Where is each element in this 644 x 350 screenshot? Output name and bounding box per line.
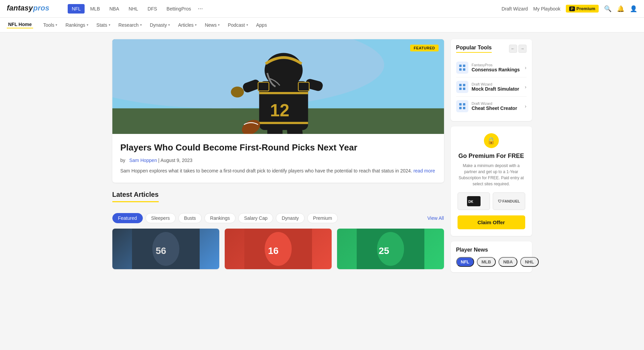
user-icon[interactable]: 👤: [630, 5, 637, 13]
filter-dynasty[interactable]: Dynasty: [276, 213, 305, 223]
by-label: by: [120, 158, 126, 163]
tool-provider-3: Draft Wizard: [472, 101, 525, 106]
svg-rect-36: [459, 103, 462, 106]
player-news-sport-tabs: NFL MLB NBA NHL: [456, 257, 527, 267]
podcast-arrow: ▾: [246, 23, 248, 27]
section-navigation: NFL Home Tools ▾ Rankings ▾ Stats ▾ Rese…: [0, 18, 644, 32]
search-icon[interactable]: 🔍: [604, 5, 612, 13]
news-arrow: ▾: [218, 23, 220, 27]
svg-rect-35: [463, 88, 465, 90]
filter-featured[interactable]: Featured: [112, 213, 143, 223]
my-playbook-link[interactable]: My Playbook: [533, 6, 560, 11]
premium-badge[interactable]: P Premium: [566, 5, 599, 13]
tool-arrow-2: ›: [525, 84, 527, 90]
svg-rect-28: [459, 65, 462, 67]
claim-offer-button[interactable]: Claim Offer: [458, 215, 525, 229]
tab-dfs[interactable]: DFS: [143, 4, 161, 14]
view-all-link[interactable]: View All: [427, 215, 444, 221]
svg-text:16: 16: [268, 246, 279, 256]
news-menu[interactable]: News ▾: [201, 20, 223, 30]
site-logo[interactable]: fantasy pros: [7, 2, 61, 15]
article-date: August 9, 2023: [160, 158, 192, 163]
podcast-menu[interactable]: Podcast ▾: [224, 20, 251, 30]
author-link[interactable]: Sam Hoppen: [129, 158, 157, 163]
svg-text:DK: DK: [468, 200, 473, 204]
tab-nfl[interactable]: NFL: [68, 4, 85, 14]
filter-salary-cap[interactable]: Salary Cap: [238, 213, 273, 223]
notifications-icon[interactable]: 🔔: [617, 5, 624, 13]
svg-rect-31: [463, 68, 465, 71]
news-tab-nhl[interactable]: NHL: [520, 257, 539, 267]
tool-provider-2: Draft Wizard: [472, 82, 525, 86]
tool-cheat-sheet-creator[interactable]: Draft Wizard Cheat Sheet Creator ›: [456, 97, 527, 116]
popular-tools-title: Popular Tools: [456, 45, 492, 53]
tools-menu[interactable]: Tools ▾: [40, 20, 61, 30]
filter-sleepers[interactable]: Sleepers: [146, 213, 176, 223]
latest-articles-title: Latest Articles: [112, 191, 159, 202]
read-more-link[interactable]: read more: [414, 168, 435, 173]
rankings-menu[interactable]: Rankings ▾: [62, 20, 91, 30]
premium-p-icon: P: [569, 6, 575, 11]
svg-text:12: 12: [270, 100, 289, 120]
dynasty-arrow: ▾: [168, 23, 170, 27]
tool-name-1: Consensus Rankings: [472, 67, 525, 72]
stats-arrow: ▾: [109, 23, 110, 27]
tools-next-arrow[interactable]: →: [518, 45, 527, 53]
research-menu[interactable]: Research ▾: [115, 20, 145, 30]
featured-image: 12: [112, 39, 444, 134]
consensus-rankings-icon: [456, 62, 468, 74]
featured-article-excerpt: Sam Hoppen explores what it takes to bec…: [120, 167, 436, 174]
cheat-sheet-icon: [456, 100, 468, 112]
top-right-actions: Draft Wizard My Playbook P Premium 🔍 🔔 👤: [502, 5, 637, 13]
thumb-image-3: 25: [337, 229, 444, 269]
tool-consensus-rankings[interactable]: FantasyPros Consensus Rankings ›: [456, 58, 527, 77]
svg-rect-33: [463, 84, 465, 86]
stats-menu[interactable]: Stats ▾: [93, 20, 114, 30]
tools-prev-arrow[interactable]: ←: [509, 45, 517, 53]
featured-badge: FEATURED: [410, 45, 438, 51]
article-thumb-1[interactable]: 56: [112, 229, 219, 269]
filter-busts[interactable]: Busts: [178, 213, 202, 223]
section-header: Latest Articles: [112, 191, 444, 208]
premium-promo-card: 🔒 Go Premium For FREE Make a minimum dep…: [451, 126, 532, 236]
tool-arrow-3: ›: [525, 103, 527, 109]
featured-article-card: 12: [112, 39, 444, 183]
tab-bettingpros[interactable]: BettingPros: [162, 4, 195, 14]
news-tab-mlb[interactable]: MLB: [477, 257, 496, 267]
thumb-image-1: 56: [112, 229, 219, 269]
tool-mock-draft-simulator[interactable]: Draft Wizard Mock Draft Simulator ›: [456, 77, 527, 97]
premium-label: Premium: [576, 6, 595, 11]
articles-menu[interactable]: Articles ▾: [175, 20, 200, 30]
svg-rect-30: [459, 68, 462, 71]
article-filter-tabs: Featured Sleepers Busts Rankings Salary …: [112, 213, 444, 223]
svg-text:25: 25: [379, 246, 389, 256]
rankings-arrow: ▾: [87, 23, 88, 27]
filter-premium[interactable]: Premium: [307, 213, 338, 223]
svg-text:fantasy: fantasy: [7, 4, 34, 12]
thumb-image-2: 16: [225, 229, 332, 269]
news-tab-nfl[interactable]: NFL: [456, 257, 474, 267]
content-area: 12: [112, 39, 444, 272]
nfl-home-link[interactable]: NFL Home: [7, 22, 33, 28]
news-tab-nba[interactable]: NBA: [498, 257, 517, 267]
article-thumb-2[interactable]: 16: [225, 229, 332, 269]
draft-wizard-link[interactable]: Draft Wizard: [502, 6, 528, 11]
filter-rankings[interactable]: Rankings: [204, 213, 236, 223]
tab-nba[interactable]: NBA: [105, 4, 123, 14]
featured-article-body: Players Who Could Become First-Round Pic…: [112, 134, 444, 183]
main-container: 12: [106, 32, 539, 279]
dynasty-menu[interactable]: Dynasty ▾: [147, 20, 174, 30]
player-news-title: Player News: [456, 247, 527, 253]
article-thumb-3[interactable]: 25: [337, 229, 444, 269]
tool-info: FantasyPros Consensus Rankings: [472, 63, 525, 72]
tool-info-3: Draft Wizard Cheat Sheet Creator: [472, 101, 525, 111]
more-nav-button[interactable]: ···: [196, 5, 204, 12]
tab-nhl[interactable]: NHL: [125, 4, 142, 14]
tab-mlb[interactable]: MLB: [86, 4, 104, 14]
article-thumbnails-grid: 56 16: [112, 229, 444, 269]
svg-rect-10: [259, 122, 308, 124]
tool-arrow-1: ›: [525, 65, 527, 70]
apps-menu[interactable]: Apps: [253, 20, 270, 30]
svg-rect-37: [463, 103, 465, 106]
featured-image-wrap: 12: [112, 39, 444, 134]
